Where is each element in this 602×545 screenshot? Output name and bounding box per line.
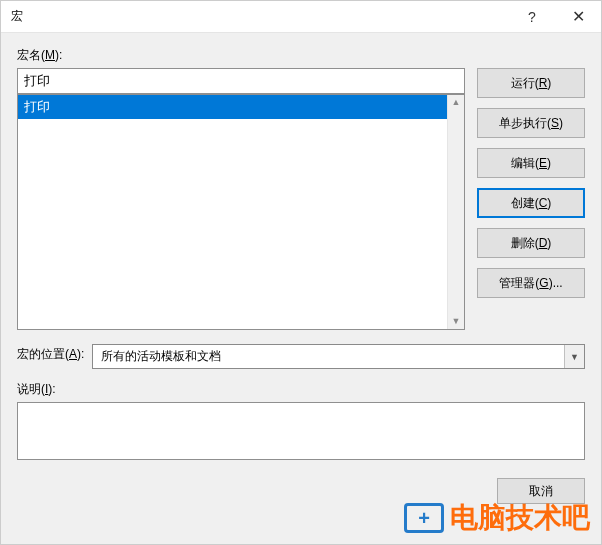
close-button[interactable]: ✕ (555, 1, 601, 32)
edit-button[interactable]: 编辑(E) (477, 148, 585, 178)
chevron-down-icon: ▼ (564, 345, 584, 368)
description-box[interactable] (17, 402, 585, 460)
cancel-button[interactable]: 取消 (497, 478, 585, 504)
delete-button[interactable]: 删除(D) (477, 228, 585, 258)
organizer-button[interactable]: 管理器(G)... (477, 268, 585, 298)
scroll-up-icon[interactable]: ▲ (452, 98, 461, 107)
description-label: 说明(I): (17, 381, 585, 398)
create-button[interactable]: 创建(C) (477, 188, 585, 218)
titlebar: 宏 ? ✕ (1, 1, 601, 33)
macro-name-input[interactable] (17, 68, 465, 94)
left-column: 宏名(M): 打印 ▲ ▼ (17, 47, 465, 330)
titlebar-controls: ? ✕ (509, 1, 601, 32)
macro-list[interactable]: 打印 ▲ ▼ (17, 94, 465, 330)
scroll-down-icon[interactable]: ▼ (452, 317, 461, 326)
location-selected-text: 所有的活动模板和文档 (93, 348, 564, 365)
help-button[interactable]: ? (509, 1, 555, 32)
location-label: 宏的位置(A): (17, 346, 84, 363)
run-button[interactable]: 运行(R) (477, 68, 585, 98)
list-item[interactable]: 打印 (18, 95, 447, 119)
step-button[interactable]: 单步执行(S) (477, 108, 585, 138)
macro-dialog: 宏 ? ✕ 宏名(M): 打印 ▲ ▼ (0, 0, 602, 545)
window-title: 宏 (11, 8, 509, 25)
dialog-body: 宏名(M): 打印 ▲ ▼ 运行(R) 单步 (1, 33, 601, 544)
top-row: 宏名(M): 打印 ▲ ▼ 运行(R) 单步 (17, 47, 585, 330)
button-column: 运行(R) 单步执行(S) 编辑(E) 创建(C) 删除(D) 管理器(G)..… (477, 47, 585, 330)
scrollbar[interactable]: ▲ ▼ (447, 95, 464, 329)
location-row: 宏的位置(A): 所有的活动模板和文档 ▼ (17, 344, 585, 369)
footer: 取消 (17, 478, 585, 504)
macro-name-label: 宏名(M): (17, 47, 465, 64)
macro-list-content: 打印 (18, 95, 447, 329)
location-select[interactable]: 所有的活动模板和文档 ▼ (92, 344, 585, 369)
